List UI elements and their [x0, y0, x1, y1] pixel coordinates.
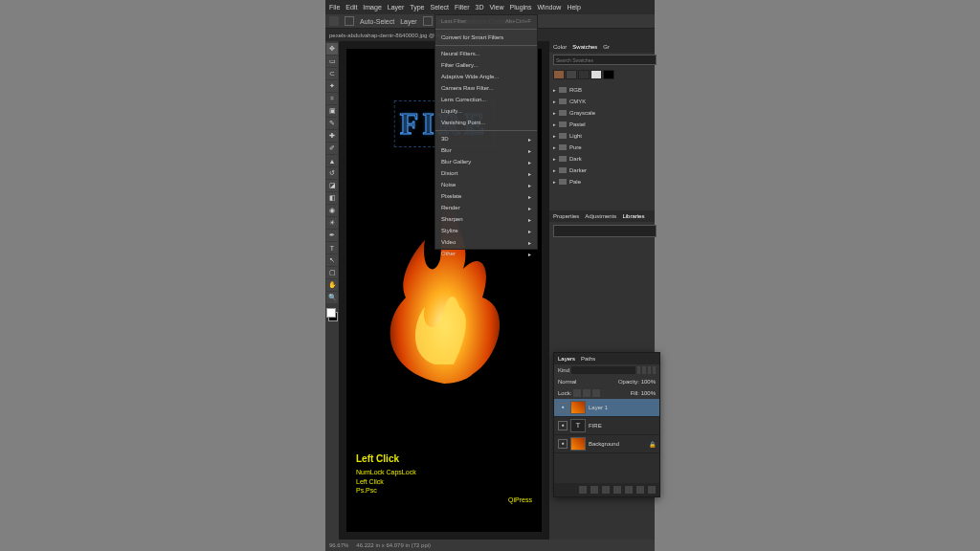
menu-select[interactable]: Select [431, 4, 449, 11]
menu-filter[interactable]: Filter [455, 4, 470, 11]
menu-layer[interactable]: Layer [388, 4, 405, 11]
layer-name[interactable]: FIRE [589, 423, 602, 429]
folder-pale[interactable]: ▸Pale [553, 176, 651, 187]
folder-light[interactable]: ▸Light [553, 130, 651, 142]
link-layers-icon[interactable] [579, 486, 587, 494]
layer-name[interactable]: Layer 1 [589, 405, 608, 410]
tab-adjustments[interactable]: Adjustments [585, 213, 616, 219]
swatch-chip[interactable] [553, 70, 565, 79]
lasso-tool[interactable]: ⊂ [326, 68, 338, 79]
swatch-chip[interactable] [590, 70, 602, 79]
frame-tool[interactable]: ▣ [326, 105, 338, 117]
zoom-tool[interactable]: 🔍 [326, 292, 338, 303]
tab-gradients[interactable]: Gr [603, 44, 610, 50]
menu-edit[interactable]: Edit [345, 4, 357, 11]
menu-image[interactable]: Image [363, 4, 381, 11]
dd-smart-filters[interactable]: Convert for Smart Filters [435, 32, 537, 43]
layer-thumbnail[interactable] [570, 437, 586, 451]
dd-3d[interactable]: 3D▸ [435, 133, 537, 144]
dd-camera-raw[interactable]: Camera Raw Filter... [435, 82, 537, 94]
menu-plugins[interactable]: Plugins [510, 4, 532, 11]
new-layer-icon[interactable] [636, 486, 644, 494]
layer-row-background[interactable]: ● Background 🔒 [554, 435, 659, 453]
trash-icon[interactable] [648, 486, 656, 494]
zoom-level[interactable]: 96.67% [329, 542, 348, 548]
fx-icon[interactable] [590, 486, 598, 494]
folder-grayscale[interactable]: ▸Grayscale [553, 107, 651, 119]
stamp-tool[interactable]: ▲ [326, 155, 338, 166]
tab-properties[interactable]: Properties [553, 213, 579, 219]
tab-swatches[interactable]: Swatches [572, 44, 597, 50]
transform-checkbox[interactable] [423, 16, 433, 26]
dd-wide-angle[interactable]: Adaptive Wide Angle... [435, 71, 537, 82]
history-brush-tool[interactable]: ↺ [326, 167, 338, 179]
heal-tool[interactable]: ✚ [326, 130, 338, 142]
crop-tool[interactable]: ⌗ [326, 93, 338, 104]
menu-3d[interactable]: 3D [476, 4, 484, 11]
filter-shape-icon[interactable] [653, 366, 656, 374]
filter-pixel-icon[interactable] [637, 366, 640, 374]
layer-thumbnail[interactable] [570, 401, 586, 414]
dd-vanishing[interactable]: Vanishing Point... [435, 117, 537, 128]
swatch-chip[interactable] [603, 70, 614, 79]
visibility-icon[interactable]: ● [558, 421, 568, 430]
filter-text-icon[interactable] [648, 366, 651, 374]
folder-dark[interactable]: ▸Dark [553, 153, 651, 165]
dd-blur-gallery[interactable]: Blur Gallery▸ [435, 156, 537, 167]
tab-libraries[interactable]: Libraries [622, 213, 644, 219]
dd-gallery[interactable]: Filter Gallery... [435, 59, 537, 71]
tab-color[interactable]: Color [553, 44, 567, 50]
swatch-chip[interactable] [566, 70, 577, 79]
folder-rgb[interactable]: ▸RGB [553, 84, 651, 96]
menu-window[interactable]: Window [538, 4, 562, 11]
layer-name[interactable]: Background [589, 441, 619, 447]
layer-row-layer1[interactable]: ● Layer 1 [554, 399, 659, 417]
dd-pixelate[interactable]: Pixelate▸ [435, 190, 537, 202]
type-tool[interactable]: T [326, 242, 338, 253]
dd-liquify[interactable]: Liquify... [435, 105, 537, 117]
dd-stylize[interactable]: Stylize▸ [435, 225, 537, 236]
layer-filter-input[interactable] [571, 366, 635, 374]
eraser-tool[interactable]: ◪ [326, 180, 338, 191]
tab-layers[interactable]: Layers [558, 356, 575, 362]
dd-blur[interactable]: Blur▸ [435, 144, 537, 156]
marquee-tool[interactable]: ▭ [326, 55, 338, 67]
swatch-chip[interactable] [578, 70, 590, 79]
lock-pixels-icon[interactable] [573, 389, 581, 397]
dd-last-filter[interactable]: Last FilterAlt+Ctrl+F [435, 15, 537, 27]
layer-dropdown[interactable]: Layer [400, 18, 417, 25]
layer-row-fire-text[interactable]: ● T FIRE [554, 417, 659, 435]
dd-other[interactable]: Other▸ [435, 248, 537, 259]
path-tool[interactable]: ↖ [326, 254, 338, 266]
foreground-color-chip[interactable] [326, 308, 336, 318]
lock-all-icon[interactable] [592, 389, 600, 397]
fill-value[interactable]: 100% [641, 390, 656, 396]
adjustment-layer-icon[interactable] [613, 486, 621, 494]
tab-paths[interactable]: Paths [581, 356, 595, 362]
dd-neural[interactable]: Neural Filters... [435, 48, 537, 59]
menu-help[interactable]: Help [567, 4, 580, 11]
opacity-value[interactable]: 100% [641, 379, 656, 385]
dd-render[interactable]: Render▸ [435, 202, 537, 213]
brush-tool[interactable]: ✐ [326, 143, 338, 154]
dd-sharpen[interactable]: Sharpen▸ [435, 213, 537, 225]
libraries-search[interactable] [553, 225, 657, 237]
lock-position-icon[interactable] [583, 389, 590, 397]
dd-noise[interactable]: Noise▸ [435, 179, 537, 190]
folder-pure[interactable]: ▸Pure [553, 142, 651, 153]
hand-tool[interactable]: ✋ [326, 279, 338, 291]
gradient-tool[interactable]: ◧ [326, 192, 338, 204]
menu-view[interactable]: View [490, 4, 504, 11]
folder-darker[interactable]: ▸Darker [553, 165, 651, 176]
swatches-search[interactable] [553, 55, 657, 65]
color-chips[interactable] [326, 308, 338, 321]
dd-video[interactable]: Video▸ [435, 236, 537, 248]
dd-lens[interactable]: Lens Correction... [435, 94, 537, 105]
blend-mode[interactable]: Normal [558, 379, 576, 385]
blur-tool[interactable]: ◉ [326, 205, 338, 216]
folder-pastel[interactable]: ▸Pastel [553, 119, 651, 130]
visibility-icon[interactable]: ● [558, 439, 568, 449]
folder-cmyk[interactable]: ▸CMYK [553, 96, 651, 107]
shape-tool[interactable]: ▢ [326, 267, 338, 278]
dodge-tool[interactable]: ☀ [326, 217, 338, 229]
